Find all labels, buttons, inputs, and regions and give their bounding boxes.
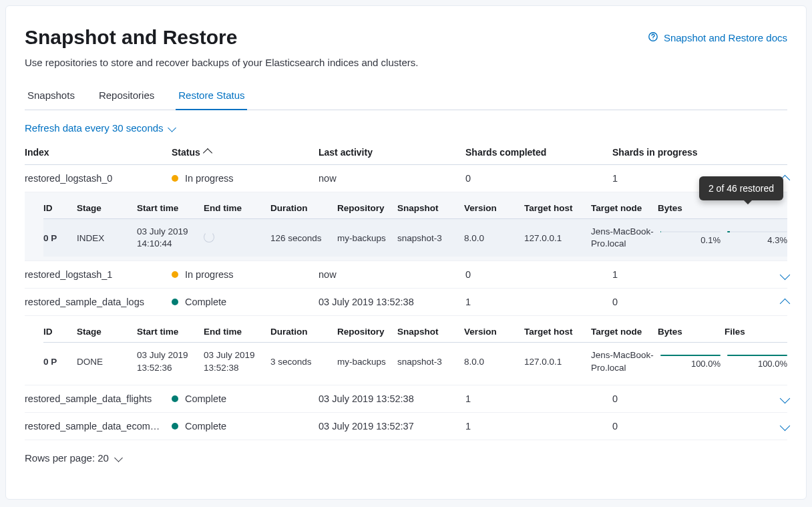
help-icon bbox=[648, 31, 658, 44]
status-label: Complete bbox=[185, 421, 226, 432]
rows-per-page-select[interactable]: Rows per page: 20 bbox=[25, 452, 122, 464]
shard-row: 0 P DONE 03 July 2019 13:52:36 03 July 2… bbox=[43, 343, 787, 380]
status-label: Complete bbox=[185, 297, 226, 307]
shard-col-bytes: Bytes bbox=[658, 327, 725, 337]
chevron-down-icon bbox=[780, 421, 791, 432]
table-row: restored_sample_data_logs Complete 03 Ju… bbox=[25, 289, 787, 316]
tabs: Snapshots Repositories Restore Status bbox=[25, 83, 787, 110]
tab-restore-status[interactable]: Restore Status bbox=[176, 83, 247, 110]
col-index[interactable]: Index bbox=[25, 147, 172, 158]
cell-shards-completed: 0 bbox=[465, 269, 612, 280]
cell-shards-completed: 1 bbox=[465, 297, 612, 307]
cell-last-activity: 03 July 2019 13:52:37 bbox=[319, 421, 465, 432]
cell-shards-completed: 1 bbox=[465, 393, 612, 404]
cell-status: Complete bbox=[172, 297, 319, 307]
shard-col-target-host: Target host bbox=[524, 203, 591, 213]
spinner-icon bbox=[204, 232, 214, 242]
shard-repository: my-backups bbox=[337, 357, 397, 367]
cell-shards-completed: 1 bbox=[465, 421, 612, 432]
cell-last-activity: 03 July 2019 13:52:38 bbox=[319, 393, 465, 404]
expand-toggle[interactable] bbox=[766, 395, 793, 402]
shard-target-host: 127.0.0.1 bbox=[524, 233, 591, 243]
shard-col-bytes: Bytes bbox=[658, 203, 725, 213]
shard-target-node: Jens-MacBook- Pro.local bbox=[591, 226, 658, 250]
expand-toggle[interactable] bbox=[766, 297, 793, 307]
status-label: In progress bbox=[185, 173, 234, 184]
chevron-up-icon bbox=[780, 299, 791, 309]
shard-bytes-progress: 0.1% bbox=[658, 231, 725, 245]
shard-target-node: Jens-MacBook- Pro.local bbox=[591, 349, 658, 373]
status-dot-icon bbox=[172, 299, 178, 305]
shard-col-version: Version bbox=[464, 203, 524, 213]
shard-col-files: Files bbox=[725, 327, 791, 337]
shard-end-time bbox=[204, 232, 270, 244]
tab-snapshots[interactable]: Snapshots bbox=[25, 83, 77, 110]
shard-version: 8.0.0 bbox=[464, 233, 524, 243]
cell-index: restored_logstash_0 bbox=[25, 173, 172, 184]
table-row: restored_logstash_1 In progress now 0 1 bbox=[25, 261, 787, 289]
refresh-interval-select[interactable]: Refresh data every 30 seconds bbox=[25, 122, 175, 134]
shard-stage: DONE bbox=[77, 357, 137, 367]
col-shards-in-progress[interactable]: Shards in progress bbox=[612, 147, 766, 158]
expand-toggle[interactable] bbox=[766, 271, 793, 279]
shard-snapshot: snapshot-3 bbox=[397, 357, 464, 367]
tab-repositories[interactable]: Repositories bbox=[96, 83, 157, 110]
shard-col-version: Version bbox=[464, 327, 524, 337]
shard-col-target-node: Target node bbox=[591, 203, 658, 213]
shard-col-repository: Repository bbox=[337, 203, 397, 213]
shard-detail-panel: 2 of 46 restored ID Stage Start time End… bbox=[25, 192, 787, 261]
col-last-activity[interactable]: Last activity bbox=[319, 147, 465, 158]
cell-shards-in-progress: 0 bbox=[612, 393, 766, 404]
shard-col-duration: Duration bbox=[270, 203, 337, 213]
shard-col-duration: Duration bbox=[270, 327, 337, 337]
status-dot-icon bbox=[172, 395, 178, 402]
shard-col-id: ID bbox=[43, 203, 77, 213]
chevron-down-icon bbox=[780, 393, 791, 404]
shard-col-end-time: End time bbox=[204, 203, 270, 213]
shard-target-host: 127.0.0.1 bbox=[524, 357, 591, 367]
shard-row: 0 P INDEX 03 July 2019 14:10:44 126 seco… bbox=[43, 219, 787, 257]
shard-duration: 3 seconds bbox=[270, 357, 337, 367]
cell-last-activity: now bbox=[319, 173, 465, 184]
shard-duration: 126 seconds bbox=[270, 233, 337, 243]
restore-status-table: Index Status Last activity Shards comple… bbox=[25, 139, 787, 440]
shard-col-target-node: Target node bbox=[591, 327, 658, 337]
status-dot-icon bbox=[172, 423, 178, 430]
shard-bytes-progress: 100.0% bbox=[658, 355, 725, 369]
cell-shards-in-progress: 1 bbox=[612, 269, 766, 280]
shard-end-time: 03 July 2019 13:52:38 bbox=[204, 349, 270, 373]
cell-last-activity: now bbox=[319, 269, 465, 280]
files-tooltip: 2 of 46 restored bbox=[699, 176, 783, 200]
shard-col-stage: Stage bbox=[77, 327, 137, 337]
cell-shards-in-progress: 0 bbox=[612, 297, 766, 307]
col-status[interactable]: Status bbox=[172, 147, 319, 158]
status-label: Complete bbox=[185, 393, 226, 404]
status-dot-icon bbox=[172, 271, 178, 278]
cell-shards-in-progress: 0 bbox=[612, 421, 766, 432]
status-dot-icon bbox=[172, 175, 178, 182]
shard-start-time: 03 July 2019 13:52:36 bbox=[137, 349, 204, 373]
shard-header-row: ID Stage Start time End time Duration Re… bbox=[43, 320, 787, 343]
shard-files-progress: 4.3% bbox=[725, 231, 791, 245]
cell-status: In progress bbox=[172, 173, 319, 184]
shard-snapshot: snapshot-3 bbox=[397, 233, 464, 243]
shard-id: 0 P bbox=[43, 357, 77, 367]
col-shards-completed[interactable]: Shards completed bbox=[465, 147, 612, 158]
shard-col-id: ID bbox=[43, 327, 77, 337]
cell-status: Complete bbox=[172, 421, 319, 432]
shard-col-snapshot: Snapshot bbox=[397, 327, 464, 337]
page-subtitle: Use repositories to store and recover ba… bbox=[25, 57, 418, 68]
col-status-label: Status bbox=[172, 147, 200, 158]
shard-repository: my-backups bbox=[337, 233, 397, 243]
docs-link[interactable]: Snapshot and Restore docs bbox=[648, 31, 787, 44]
expand-toggle[interactable] bbox=[766, 422, 793, 430]
shard-start-time: 03 July 2019 14:10:44 bbox=[137, 226, 204, 250]
shard-stage: INDEX bbox=[77, 233, 137, 243]
cell-index: restored_sample_data_flights bbox=[25, 393, 172, 404]
status-label: In progress bbox=[185, 269, 234, 280]
table-header-row: Index Status Last activity Shards comple… bbox=[25, 139, 787, 165]
page-title: Snapshot and Restore bbox=[25, 26, 418, 49]
table-row: restored_sample_data_flights Complete 03… bbox=[25, 385, 787, 413]
chevron-down-icon bbox=[780, 270, 791, 281]
cell-last-activity: 03 July 2019 13:52:38 bbox=[319, 297, 465, 307]
